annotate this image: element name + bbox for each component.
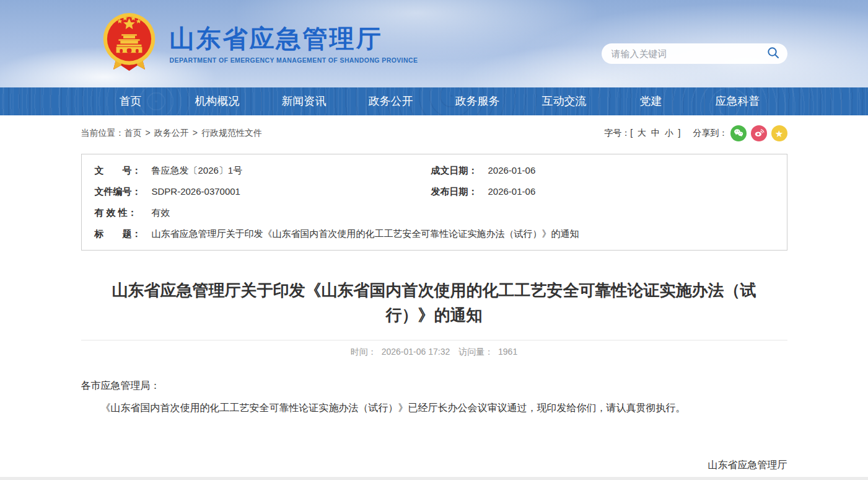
article-salutation: 各市应急管理局：	[81, 376, 787, 395]
font-size-control: 字号：[ 大 中 小 ]	[603, 128, 682, 139]
site-brand[interactable]: 山东省应急管理厅 DEPARTMENT OF EMERGENCY MANAGEM…	[100, 12, 418, 76]
file-code-value: SDPR-2026-0370001	[152, 186, 240, 198]
meta-time-label: 时间：	[351, 347, 377, 357]
validity-label: 有 效 性：	[95, 207, 152, 219]
breadcrumb-gov-affairs-link[interactable]: 政务公开	[154, 128, 189, 138]
site-header: 山东省应急管理厅 DEPARTMENT OF EMERGENCY MANAGEM…	[0, 0, 868, 87]
font-size-small-button[interactable]: 小	[665, 128, 673, 138]
written-date-label: 成文日期：	[431, 165, 488, 177]
font-size-large-button[interactable]: 大	[638, 128, 646, 138]
written-date-value: 2026-01-06	[488, 165, 536, 177]
share-icons: ★	[730, 125, 787, 141]
font-size-label: 字号：[	[604, 128, 633, 138]
breadcrumb-separator: >	[193, 128, 198, 138]
font-size-medium-button[interactable]: 中	[651, 128, 660, 138]
breadcrumb-toolbar-row: 当前位置：首页>政务公开>行政规范性文件 字号：[ 大 中 小 ] 分享到：	[81, 125, 787, 141]
nav-item-party-building[interactable]: 党建	[608, 87, 695, 115]
nav-item-gov-affairs[interactable]: 政务公开	[348, 87, 434, 115]
article-body: 各市应急管理局： 《山东省国内首次使用的化工工艺安全可靠性论证实施办法（试行）》…	[81, 376, 787, 480]
breadcrumb: 当前位置：首页>政务公开>行政规范性文件	[81, 128, 262, 139]
breadcrumb-current-page[interactable]: 行政规范性文件	[201, 128, 262, 138]
table-row: 标 题： 山东省应急管理厅关于印发《山东省国内首次使用的化工工艺安全可靠性论证实…	[82, 223, 787, 244]
nav-item-organization[interactable]: 机构概况	[174, 87, 261, 115]
nav-item-interaction[interactable]: 互动交流	[521, 87, 608, 115]
site-title: 山东省应急管理厅	[170, 24, 418, 53]
document-info-table: 文 号： 鲁应急发〔2026〕1号 成文日期： 2026-01-06 文件编号：…	[81, 154, 787, 251]
site-title-english: DEPARTMENT OF EMERGENCY MANAGEMENT OF SH…	[170, 56, 418, 64]
file-code-label: 文件编号：	[95, 186, 152, 198]
search-input[interactable]	[612, 48, 766, 59]
nav-item-gov-services[interactable]: 政务服务	[434, 87, 521, 115]
doc-number-value: 鲁应急发〔2026〕1号	[152, 165, 243, 177]
page-title: 山东省应急管理厅关于印发《山东省国内首次使用的化工工艺安全可靠性论证实施办法（试…	[94, 278, 775, 327]
national-emblem-logo	[100, 12, 159, 76]
footer-edge	[0, 477, 868, 480]
table-row: 文件编号： SDPR-2026-0370001 发布日期： 2026-01-06	[82, 181, 787, 202]
share-wechat-button[interactable]	[730, 125, 747, 141]
article-paragraph: 《山东省国内首次使用的化工工艺安全可靠性论证实施办法（试行）》已经厅长办公会议审…	[81, 399, 787, 417]
search-box[interactable]	[602, 43, 787, 64]
page-tools: 字号：[ 大 中 小 ] 分享到：	[603, 125, 787, 141]
wechat-icon	[733, 127, 744, 140]
article-signature: 山东省应急管理厅 2026年1月6日	[81, 454, 787, 480]
meta-time-value: 2026-01-06 17:32	[382, 347, 450, 357]
publish-date-label: 发布日期：	[431, 186, 488, 198]
doc-number-label: 文 号：	[95, 165, 152, 177]
meta-visits-value: 1961	[498, 347, 517, 357]
weibo-icon	[753, 127, 765, 140]
doc-title-label: 标 题：	[95, 228, 152, 240]
search-icon	[766, 46, 780, 61]
signature-name: 山东省应急管理厅	[81, 454, 787, 476]
qzone-star-icon: ★	[775, 129, 783, 138]
share-weibo-button[interactable]	[751, 125, 767, 141]
search-button[interactable]	[766, 46, 780, 61]
nav-item-home[interactable]: 首页	[87, 87, 174, 115]
table-row: 有 效 性： 有效	[82, 202, 787, 223]
table-row: 文 号： 鲁应急发〔2026〕1号 成文日期： 2026-01-06	[82, 160, 787, 181]
validity-value: 有效	[152, 207, 170, 219]
article-meta-bar: 时间： 2026-01-06 17:32 访问量： 1961	[81, 340, 787, 358]
share-label: 分享到：	[693, 128, 728, 139]
publish-date-value: 2026-01-06	[488, 186, 536, 198]
breadcrumb-separator: >	[146, 128, 151, 138]
nav-item-news[interactable]: 新闻资讯	[261, 87, 348, 115]
share-qzone-button[interactable]: ★	[771, 125, 787, 141]
breadcrumb-prefix: 当前位置：	[81, 128, 125, 138]
doc-title-value: 山东省应急管理厅关于印发《山东省国内首次使用的化工工艺安全可靠性论证实施办法（试…	[152, 228, 579, 240]
breadcrumb-home-link[interactable]: 首页	[125, 128, 142, 138]
nav-item-emergency-science[interactable]: 应急科普	[695, 87, 781, 115]
meta-visits-label: 访问量：	[458, 347, 493, 357]
main-navigation: 首页 机构概况 新闻资讯 政务公开 政务服务 互动交流 党建 应急科普	[0, 87, 868, 115]
font-size-label-close: ]	[678, 128, 681, 138]
